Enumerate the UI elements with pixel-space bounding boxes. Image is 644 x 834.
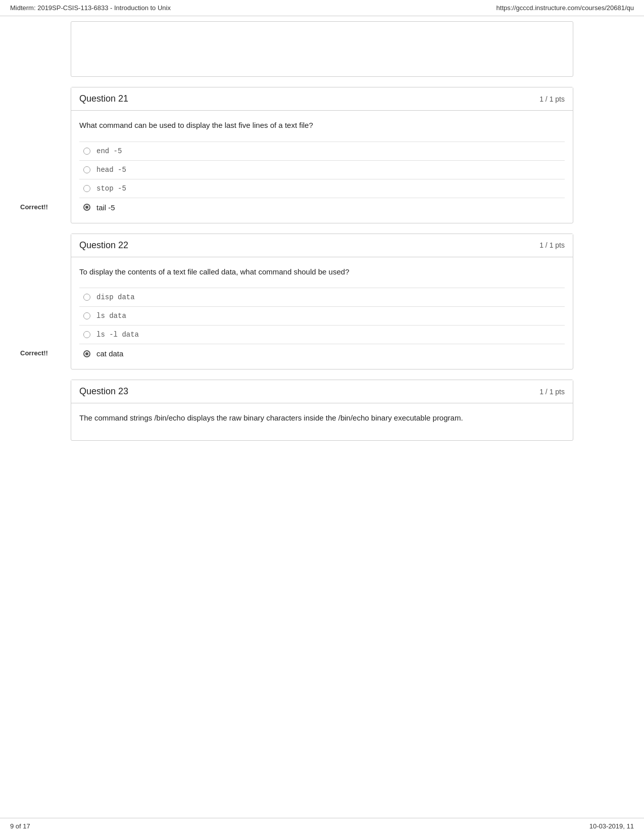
option-item-21-3[interactable]: tail -5: [79, 198, 565, 217]
question-22: Question 221 / 1 ptsTo display the conte…: [71, 234, 573, 370]
option-item-21-1[interactable]: head -5: [79, 160, 565, 179]
question-pts-21: 1 / 1 pts: [539, 95, 565, 103]
correct-label-22: Correct!!: [20, 349, 48, 357]
option-item-21-0[interactable]: end -5: [79, 142, 565, 160]
option-radio-21-3: [83, 204, 90, 211]
option-radio-22-1: [83, 312, 90, 319]
question-text-23: The command strings /bin/echo displays t…: [79, 412, 565, 424]
option-label-21-1: head -5: [96, 166, 126, 174]
option-radio-21-0: [83, 148, 90, 155]
question-title-22: Question 22: [79, 240, 128, 251]
options-list-22: disp datals datals -l datacat data: [79, 288, 565, 363]
question-text-22: To display the contents of a text file c…: [79, 266, 565, 278]
header-url: https://gcccd.instructure.com/courses/20…: [497, 4, 634, 12]
question-title-21: Question 21: [79, 94, 128, 104]
option-radio-21-1: [83, 166, 90, 173]
question-pts-22: 1 / 1 pts: [539, 241, 565, 249]
option-label-21-2: stop -5: [96, 184, 126, 193]
question-23: Question 231 / 1 ptsThe command strings …: [71, 380, 573, 441]
option-label-21-0: end -5: [96, 147, 122, 155]
question-pts-23: 1 / 1 pts: [539, 388, 565, 396]
option-radio-22-2: [83, 331, 90, 338]
option-item-22-3[interactable]: cat data: [79, 344, 565, 363]
option-label-22-3: cat data: [96, 349, 123, 358]
option-label-21-3: tail -5: [96, 203, 115, 212]
header-bar: Midterm: 2019SP-CSIS-113-6833 - Introduc…: [0, 0, 644, 16]
question-21: Question 211 / 1 ptsWhat command can be …: [71, 87, 573, 223]
option-label-22-2: ls -l data: [96, 331, 139, 339]
footer-page: 9 of 17: [10, 822, 30, 830]
option-radio-22-3: [83, 350, 90, 357]
top-partial-question: [71, 21, 573, 77]
option-item-22-2[interactable]: ls -l data: [79, 325, 565, 344]
header-title: Midterm: 2019SP-CSIS-113-6833 - Introduc…: [10, 4, 171, 12]
option-item-22-1[interactable]: ls data: [79, 306, 565, 325]
correct-label-21: Correct!!: [20, 203, 48, 211]
option-item-22-0[interactable]: disp data: [79, 288, 565, 306]
option-label-22-1: ls data: [96, 312, 126, 320]
option-radio-22-0: [83, 294, 90, 301]
option-item-21-2[interactable]: stop -5: [79, 179, 565, 198]
question-text-21: What command can be used to display the …: [79, 120, 565, 131]
question-title-23: Question 23: [79, 386, 128, 397]
option-radio-21-2: [83, 185, 90, 192]
footer-date: 10-03-2019, 11: [589, 822, 634, 830]
footer-bar: 9 of 17 10-03-2019, 11: [0, 818, 644, 834]
option-label-22-0: disp data: [96, 293, 135, 301]
options-list-21: end -5head -5stop -5tail -5: [79, 142, 565, 217]
